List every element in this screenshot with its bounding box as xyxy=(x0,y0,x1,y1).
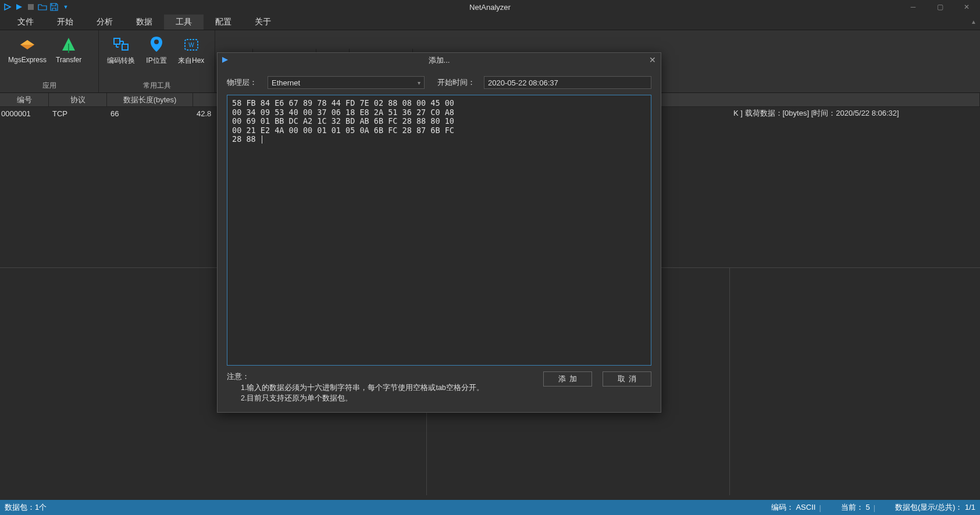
app-title: NetAnalyzer xyxy=(469,3,511,12)
dialog-icon xyxy=(221,56,230,65)
minimize-button[interactable]: ─ xyxy=(900,0,926,14)
status-packet-count: 数据包：1个 xyxy=(5,502,47,513)
ribbon-group-app-label: 应用 xyxy=(0,79,98,92)
iploc-button[interactable]: IP位置 xyxy=(140,33,173,67)
add-button[interactable]: 添加 xyxy=(543,371,592,387)
phys-layer-label: 物理层： xyxy=(227,77,262,88)
start-time-label: 开始时间： xyxy=(437,77,478,88)
menu-analyze[interactable]: 分析 xyxy=(85,15,124,30)
svg-rect-5 xyxy=(114,38,120,44)
hex-icon: W xyxy=(181,34,202,55)
cell-protocol: TCP xyxy=(49,109,107,118)
folder-open-icon[interactable] xyxy=(37,2,48,12)
ribbon-collapse-icon[interactable]: ▲ xyxy=(971,19,977,25)
cell-info: K ] 载荷数据：[0bytes] [时间：2020/5/22 8:06:32] xyxy=(730,108,980,119)
mgsexpress-label: MgsExpress xyxy=(8,56,47,64)
add-packet-dialog: 添加... ✕ 物理层： Ethernet 开始时间： 2020-05-22 0… xyxy=(217,52,661,413)
close-button[interactable]: ✕ xyxy=(953,0,980,14)
menu-about[interactable]: 关于 xyxy=(243,15,283,30)
encode-label: 编码转换 xyxy=(107,56,135,66)
menu-file[interactable]: 文件 xyxy=(6,15,45,30)
col-header-id[interactable]: 编号 xyxy=(0,93,49,106)
status-total-label: 数据包(显示/总共)： xyxy=(895,503,963,512)
statusbar: 数据包：1个 编码： ASCII | 当前： 5 | 数据包(显示/总共)： 1… xyxy=(0,500,980,515)
titlebar: ▼ NetAnalyzer ─ ▢ ✕ xyxy=(0,0,980,14)
dialog-body: 物理层： Ethernet 开始时间： 2020-05-22 08:06:37 … xyxy=(218,68,661,412)
form-row-top: 物理层： Ethernet 开始时间： 2020-05-22 08:06:37 xyxy=(227,76,651,89)
menu-data[interactable]: 数据 xyxy=(124,15,164,30)
svg-marker-24 xyxy=(222,57,228,63)
stop-icon[interactable] xyxy=(26,2,36,12)
svg-point-7 xyxy=(154,40,159,44)
menubar: 文件 开始 分析 数据 工具 配置 关于 ▲ xyxy=(0,14,980,30)
pin-icon xyxy=(146,34,167,55)
dialog-buttons: 添加 取消 xyxy=(543,371,651,387)
transfer-button[interactable]: Transfer xyxy=(51,33,86,65)
note-line-2: 2.目前只支持还原为单个数据包。 xyxy=(227,393,484,404)
status-encoding-value: ASCII xyxy=(796,503,815,512)
dialog-note: 注意： 1.输入的数据必须为十六进制字符串，每个字节使用空格或tab空格分开。 … xyxy=(227,371,484,404)
ribbon-group-common: 编码转换 IP位置 W 来自Hex 常用工具 xyxy=(99,30,215,92)
fromhex-button[interactable]: W 来自Hex xyxy=(173,33,209,67)
cell-id: 0000001 xyxy=(0,109,49,118)
iploc-label: IP位置 xyxy=(146,56,166,66)
dialog-titlebar[interactable]: 添加... ✕ xyxy=(218,53,661,68)
menu-config[interactable]: 配置 xyxy=(204,15,243,30)
svg-rect-6 xyxy=(122,44,128,50)
status-current-value: 5 xyxy=(865,503,869,512)
svg-marker-0 xyxy=(5,4,10,10)
save-icon[interactable] xyxy=(49,2,59,12)
qat-dropdown-icon[interactable]: ▼ xyxy=(60,2,71,12)
ribbon-group-common-label: 常用工具 xyxy=(99,79,215,92)
menu-tools[interactable]: 工具 xyxy=(164,15,204,30)
note-line-1: 1.输入的数据必须为十六进制字符串，每个字节使用空格或tab空格分开。 xyxy=(227,382,484,394)
quick-access-toolbar: ▼ xyxy=(0,2,71,12)
mgsexpress-button[interactable]: MgsExpress xyxy=(3,33,51,65)
menu-start[interactable]: 开始 xyxy=(45,15,85,30)
cell-extra: 42.8 xyxy=(193,109,211,118)
start-time-field[interactable]: 2020-05-22 08:06:37 xyxy=(484,76,651,89)
cell-length: 66 xyxy=(107,109,193,118)
text-cursor xyxy=(262,135,262,144)
window-controls: ─ ▢ ✕ xyxy=(900,0,980,14)
dialog-title: 添加... xyxy=(429,55,450,66)
start-time-value: 2020-05-22 08:06:37 xyxy=(488,78,558,87)
svg-rect-2 xyxy=(28,4,34,10)
cancel-button[interactable]: 取消 xyxy=(603,371,651,387)
col-header-protocol[interactable]: 协议 xyxy=(49,93,107,106)
encode-button[interactable]: 编码转换 xyxy=(102,33,140,67)
phys-layer-value: Ethernet xyxy=(272,78,300,87)
dialog-footer: 注意： 1.输入的数据必须为十六进制字符串，每个字节使用空格或tab空格分开。 … xyxy=(227,371,651,406)
fromhex-label: 来自Hex xyxy=(178,56,204,66)
play-icon[interactable] xyxy=(2,2,13,12)
encode-icon xyxy=(111,34,131,55)
phys-layer-combo[interactable]: Ethernet xyxy=(268,76,425,89)
status-current-label: 当前： xyxy=(841,503,864,512)
status-encoding-label: 编码： xyxy=(771,503,794,512)
status-total: 数据包(显示/总共)： 1/1 xyxy=(895,502,975,513)
svg-marker-1 xyxy=(16,4,22,10)
transfer-label: Transfer xyxy=(56,56,81,64)
play-solid-icon[interactable] xyxy=(14,2,24,12)
svg-text:W: W xyxy=(188,42,194,48)
note-title: 注意： xyxy=(227,371,484,382)
transfer-icon xyxy=(58,34,79,55)
col-header-length[interactable]: 数据长度(bytes) xyxy=(107,93,193,106)
dialog-close-button[interactable]: ✕ xyxy=(649,55,656,65)
maximize-button[interactable]: ▢ xyxy=(926,0,953,14)
ribbon-group-app: MgsExpress Transfer 应用 xyxy=(0,30,99,92)
hex-content: 58 FB 84 E6 67 89 78 44 FD 7E 02 88 08 0… xyxy=(232,98,454,144)
panel-ascii xyxy=(730,268,980,495)
status-total-value: 1/1 xyxy=(965,503,975,512)
mgsexpress-icon xyxy=(17,34,38,55)
status-current: 当前： 5 xyxy=(841,502,870,513)
hex-input[interactable]: 58 FB 84 E6 67 89 78 44 FD 7E 02 88 08 0… xyxy=(227,95,651,366)
status-encoding: 编码： ASCII xyxy=(771,502,816,513)
